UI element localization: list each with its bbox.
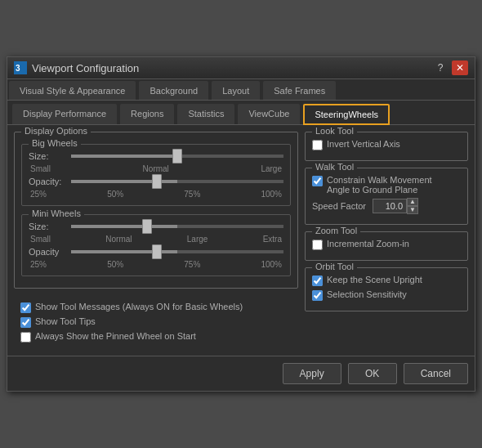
tab-visual-style[interactable]: Visual Style & Appearance [9,81,136,100]
mark-75: 75% [184,190,200,199]
look-tool-title: Look Tool [312,126,357,136]
title-bar-left: 3 Viewport Configuration [14,61,139,74]
apply-button[interactable]: Apply [283,363,341,384]
selection-sensitivity-label: Selection Sensitivity [327,289,407,299]
incremental-zoom-row: Incremental Zoom-in [312,239,461,250]
mark-50: 50% [107,190,123,199]
incremental-zoom-label: Incremental Zoom-in [327,239,409,249]
big-wheels-group: Big Wheels Size: Small Normal Large Opac… [21,144,291,206]
mini-wheels-size-label: Size: [29,222,68,231]
tab-steeringwheels[interactable]: SteeringWheels [303,104,390,125]
constrain-walk-row: Constrain Walk MovementAngle to Ground P… [312,175,461,195]
show-tool-messages-label: Show Tool Messages (Always ON for Basic … [35,302,243,311]
mark-25-mini: 25% [30,260,47,269]
tabs-row-2: Display Performance Regions Statistics V… [7,101,475,125]
mark-normal: Normal [143,164,169,173]
spinner-up-button[interactable]: ▲ [407,198,418,206]
always-show-pinned-row: Always Show the Pinned Wheel on Start [20,331,292,343]
footer: Apply OK Cancel [7,356,475,391]
spinner-down-button[interactable]: ▼ [407,206,418,214]
zoom-tool-title: Zoom Tool [312,226,360,235]
walk-tool-group: Walk Tool Constrain Walk MovementAngle t… [305,168,468,225]
spinner-buttons: ▲ ▼ [407,198,418,214]
big-wheels-size-marks: Small Normal Large [29,164,283,173]
dialog: 3 Viewport Configuration ? ✕ Visual Styl… [7,56,475,392]
walk-tool-title: Walk Tool [312,162,357,172]
mini-wheels-size-row: Size: [29,222,283,231]
zoom-tool-group: Zoom Tool Incremental Zoom-in [305,231,468,261]
always-show-pinned-label: Always Show the Pinned Wheel on Start [35,331,196,341]
title-bar-buttons: ? ✕ [432,60,468,75]
right-panel: Look Tool Invert Vertical Axis Walk Tool… [305,132,468,349]
mark-50-mini: 50% [107,260,123,269]
title-bar: 3 Viewport Configuration ? ✕ [7,57,475,79]
mark-100: 100% [261,190,282,199]
mini-wheels-title: Mini Wheels [29,208,84,218]
keep-upright-row: Keep the Scene Upright [312,275,461,286]
cancel-button[interactable]: Cancel [404,363,468,384]
mini-wheels-opacity-slider[interactable] [71,250,283,253]
mark-small-mini: Small [30,235,51,244]
look-tool-group: Look Tool Invert Vertical Axis [305,132,468,161]
app-icon: 3 [14,61,27,74]
dialog-title: Viewport Configuration [32,62,139,74]
big-wheels-size-row: Size: [29,151,283,161]
display-options-group: Display Options Big Wheels Size: Small N… [14,132,298,289]
selection-sensitivity-row: Selection Sensitivity [312,289,461,301]
speed-factor-input[interactable] [373,199,407,213]
left-panel: Display Options Big Wheels Size: Small N… [14,132,298,349]
incremental-zoom-checkbox[interactable] [312,240,323,250]
tab-display-performance[interactable]: Display Performance [12,104,117,124]
show-tool-messages-row: Show Tool Messages (Always ON for Basic … [20,302,292,313]
invert-vertical-row: Invert Vertical Axis [312,139,461,150]
show-tool-tips-label: Show Tool Tips [35,316,96,326]
main-content: Display Options Big Wheels Size: Small N… [7,125,475,356]
big-wheels-size-slider[interactable] [71,155,283,158]
mark-100-mini: 100% [261,260,282,269]
mark-small: Small [30,164,51,173]
selection-sensitivity-checkbox[interactable] [312,290,323,301]
show-tool-tips-row: Show Tool Tips [20,316,292,328]
mini-wheels-opacity-marks: 25% 50% 75% 100% [29,260,283,269]
big-wheels-opacity-slider[interactable] [71,180,283,183]
orbit-tool-group: Orbit Tool Keep the Scene Upright Select… [305,267,468,311]
tab-viewcube[interactable]: ViewCube [238,104,300,124]
help-button[interactable]: ? [432,60,449,75]
invert-vertical-checkbox[interactable] [312,140,323,150]
show-tool-tips-checkbox[interactable] [20,317,31,328]
mini-wheels-opacity-label: Opacity [29,247,68,257]
svg-text:3: 3 [16,64,20,73]
tab-regions[interactable]: Regions [120,104,174,124]
tab-background[interactable]: Background [139,81,208,100]
speed-factor-row: Speed Factor ▲ ▼ [312,198,461,214]
always-show-pinned-checkbox[interactable] [20,332,31,343]
show-tool-messages-checkbox[interactable] [20,302,31,313]
constrain-walk-checkbox[interactable] [312,176,323,186]
display-options-title: Display Options [21,126,91,136]
keep-upright-label: Keep the Scene Upright [327,275,422,284]
close-button[interactable]: ✕ [452,60,468,75]
mark-extra-mini: Extra [263,235,282,244]
tab-layout[interactable]: Layout [212,81,260,100]
mini-wheels-group: Mini Wheels Size: Small Normal Large Ext… [21,214,291,276]
mark-normal-mini: Normal [105,235,132,244]
big-wheels-opacity-marks: 25% 50% 75% 100% [29,190,283,199]
tab-statistics[interactable]: Statistics [177,104,234,124]
mini-wheels-size-marks: Small Normal Large Extra [29,235,283,244]
mark-25: 25% [30,190,47,199]
tab-safe-frames[interactable]: Safe Frames [263,81,336,100]
big-wheels-opacity-row: Opacity: [29,177,283,186]
mini-wheels-size-slider[interactable] [71,225,283,228]
mark-large-mini: Large [187,235,208,244]
keep-upright-checkbox[interactable] [312,276,323,286]
bottom-checkboxes: Show Tool Messages (Always ON for Basic … [14,295,298,349]
tabs-row-1: Visual Style & Appearance Background Lay… [7,79,475,101]
mini-wheels-opacity-row: Opacity [29,247,283,257]
orbit-tool-title: Orbit Tool [312,262,357,271]
speed-factor-spinner: ▲ ▼ [373,198,418,214]
big-wheels-size-label: Size: [29,151,68,161]
big-wheels-title: Big Wheels [29,138,81,148]
constrain-walk-label: Constrain Walk MovementAngle to Ground P… [327,175,432,195]
mark-large: Large [261,164,282,173]
ok-button[interactable]: OK [348,363,397,384]
